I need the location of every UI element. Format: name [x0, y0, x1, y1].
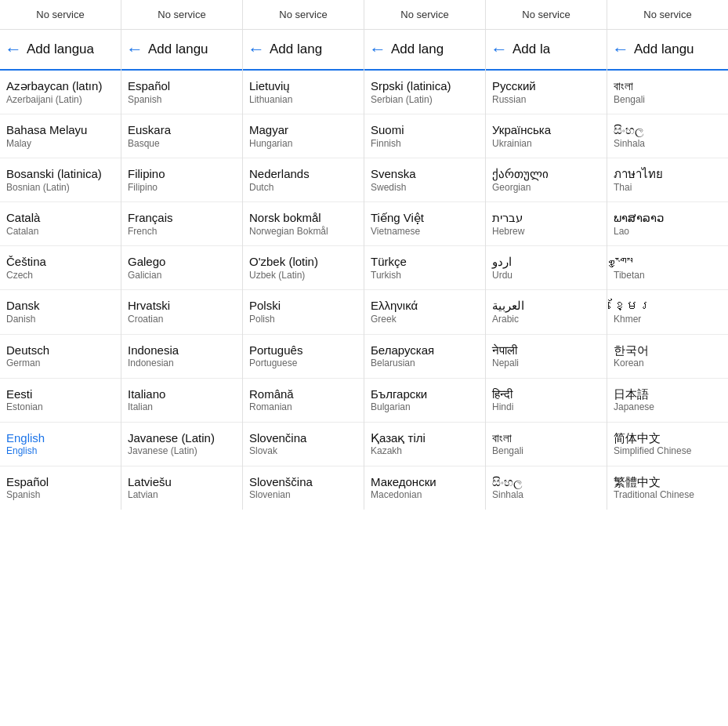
list-item[interactable]: УкраїнськаUkrainian — [486, 114, 607, 158]
list-item[interactable]: TürkçeTurkish — [364, 246, 485, 290]
column-4: ←Add laРусскийRussianУкраїнськаUkrainian… — [486, 30, 607, 510]
list-item[interactable]: EspañolSpanish — [0, 466, 121, 510]
list-item[interactable]: DeutschGerman — [0, 335, 121, 379]
list-item[interactable]: FrançaisFrench — [121, 202, 242, 246]
lang-list-1: EspañolSpanishEuskaraBasqueFilipinoFilip… — [121, 71, 242, 510]
back-arrow-icon[interactable]: ← — [612, 39, 629, 60]
list-item[interactable]: ItalianoItalian — [121, 379, 242, 423]
list-item[interactable]: বাংলাBengali — [486, 423, 607, 466]
list-item[interactable]: ພາສາລາວLao — [607, 202, 728, 246]
lang-english-name: Malay — [6, 138, 114, 151]
list-item[interactable]: हिन्दीHindi — [486, 379, 607, 423]
list-item[interactable]: Javanese (Latin)Javanese (Latin) — [121, 423, 242, 466]
list-item[interactable]: SuomiFinnish — [364, 114, 485, 158]
list-item[interactable]: ČeštinaCzech — [0, 246, 121, 290]
list-item[interactable]: GalegoGalician — [121, 246, 242, 290]
list-item[interactable]: БеларускаяBelarusian — [364, 335, 485, 379]
back-arrow-icon[interactable]: ← — [126, 39, 143, 60]
lang-native-name: Dansk — [6, 298, 114, 314]
list-item[interactable]: SvenskaSwedish — [364, 158, 485, 202]
list-item[interactable]: རྒྱུགསTibetan — [607, 246, 728, 290]
list-item[interactable]: DanskDanish — [0, 290, 121, 334]
list-item[interactable]: ខ្មែរKhmer — [607, 290, 728, 334]
list-item[interactable]: HrvatskiCroatian — [121, 290, 242, 334]
column-2: ←Add langLietuviųLithuanianMagyarHungari… — [243, 30, 364, 510]
back-arrow-icon[interactable]: ← — [369, 39, 386, 60]
lang-native-name: Қазақ тілі — [371, 430, 479, 446]
lang-native-name: Português — [249, 343, 357, 358]
list-item[interactable]: עבריתHebrew — [486, 202, 607, 246]
back-arrow-icon[interactable]: ← — [5, 39, 22, 60]
lang-native-name: Hrvatski — [128, 298, 236, 314]
list-item[interactable]: Bahasa MelayuMalay — [0, 114, 121, 158]
list-item[interactable]: Қазақ тіліKazakh — [364, 423, 485, 466]
list-item[interactable]: PolskiPolish — [243, 290, 364, 334]
list-item[interactable]: 日本語Japanese — [607, 379, 728, 423]
list-item[interactable]: SlovenčinaSlovak — [243, 423, 364, 466]
list-item[interactable]: Norsk bokmålNorwegian Bokmål — [243, 202, 364, 246]
list-item[interactable]: ΕλληνικάGreek — [364, 290, 485, 334]
lang-native-name: Polski — [249, 298, 357, 314]
lang-native-name: Türkçe — [371, 254, 479, 270]
list-item[interactable]: 简体中文Simplified Chinese — [607, 423, 728, 466]
list-item[interactable]: LatviešuLatvian — [121, 466, 242, 510]
lang-english-name: Estonian — [6, 401, 114, 414]
list-item[interactable]: РусскийRussian — [486, 71, 607, 114]
list-item[interactable]: PortuguêsPortuguese — [243, 335, 364, 379]
list-item[interactable]: EnglishEnglish — [0, 423, 121, 466]
lang-english-name: German — [6, 358, 114, 370]
list-item[interactable]: ქართულიGeorgian — [486, 158, 607, 202]
lang-native-name: Slovenčina — [249, 430, 357, 446]
list-item[interactable]: 繁體中文Traditional Chinese — [607, 466, 728, 510]
list-item[interactable]: БългарскиBulgarian — [364, 379, 485, 423]
lang-native-name: ქართული — [492, 166, 600, 182]
list-item[interactable]: ภาษาไทยThai — [607, 158, 728, 202]
lang-native-name: עברית — [492, 210, 600, 226]
lang-native-name: Latviešu — [128, 474, 236, 490]
lang-native-name: العربية — [492, 298, 600, 314]
list-item[interactable]: EuskaraBasque — [121, 114, 242, 158]
list-item[interactable]: العربيةArabic — [486, 290, 607, 334]
lang-english-name: Belarusian — [371, 358, 479, 370]
list-item[interactable]: NederlandsDutch — [243, 158, 364, 202]
list-item[interactable]: IndonesiaIndonesian — [121, 335, 242, 379]
lang-native-name: Français — [128, 210, 236, 226]
list-item[interactable]: සිංහලSinhala — [607, 114, 728, 158]
list-item[interactable]: اردوUrdu — [486, 246, 607, 290]
list-item[interactable]: Azərbaycan (latın)Azerbaijani (Latin) — [0, 71, 121, 114]
lang-english-name: Lithuanian — [249, 94, 357, 107]
lang-english-name: Macedonian — [371, 489, 479, 502]
lang-native-name: বাংলা — [614, 78, 722, 94]
list-item[interactable]: සිංහලSinhala — [486, 466, 607, 510]
list-item[interactable]: नेपालीNepali — [486, 335, 607, 379]
lang-native-name: සිංහල — [614, 122, 722, 138]
list-item[interactable]: LietuviųLithuanian — [243, 71, 364, 114]
list-item[interactable]: 한국어Korean — [607, 335, 728, 379]
list-item[interactable]: FilipinoFilipino — [121, 158, 242, 202]
lang-native-name: اردو — [492, 254, 600, 270]
list-item[interactable]: RomânăRomanian — [243, 379, 364, 423]
lang-native-name: Eesti — [6, 387, 114, 402]
list-item[interactable]: MagyarHungarian — [243, 114, 364, 158]
column-3: ←Add langSrpski (latinica)Serbian (Latin… — [364, 30, 486, 510]
list-item[interactable]: Bosanski (latinica)Bosnian (Latin) — [0, 158, 121, 202]
lang-native-name: Italiano — [128, 387, 236, 402]
lang-native-name: Srpski (latinica) — [371, 78, 479, 94]
back-arrow-icon[interactable]: ← — [491, 39, 508, 60]
list-item[interactable]: বাংলাBengali — [607, 71, 728, 114]
list-item[interactable]: Srpski (latinica)Serbian (Latin) — [364, 71, 485, 114]
lang-english-name: Urdu — [492, 270, 600, 282]
list-item[interactable]: Tiếng ViệtVietnamese — [364, 202, 485, 246]
list-item[interactable]: EestiEstonian — [0, 379, 121, 423]
lang-english-name: Dutch — [249, 182, 357, 194]
list-item[interactable]: EspañolSpanish — [121, 71, 242, 114]
lang-english-name: Traditional Chinese — [614, 489, 722, 502]
back-arrow-icon[interactable]: ← — [248, 39, 265, 60]
list-item[interactable]: МакедонскиMacedonian — [364, 466, 485, 510]
lang-english-name: Sinhala — [492, 489, 600, 502]
list-item[interactable]: O'zbek (lotin)Uzbek (Latin) — [243, 246, 364, 290]
lang-native-name: 日本語 — [614, 387, 722, 402]
list-item[interactable]: SlovenščinaSlovenian — [243, 466, 364, 510]
list-item[interactable]: CatalàCatalan — [0, 202, 121, 246]
lang-english-name: Czech — [6, 270, 114, 282]
